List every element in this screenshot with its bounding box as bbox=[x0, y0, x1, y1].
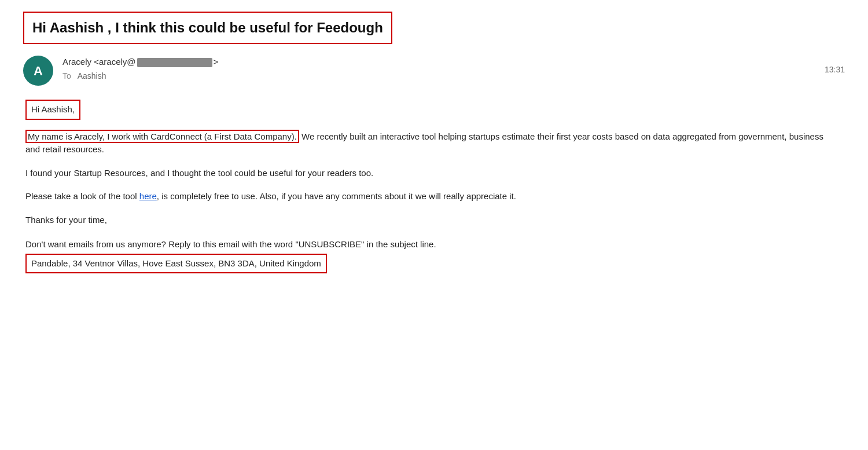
email-paragraph-2: I found your Startup Resources, and I th… bbox=[25, 167, 824, 180]
to-recipient: Aashish bbox=[78, 71, 106, 81]
email-body: Hi Aashish, My name is Aracely, I work w… bbox=[23, 100, 845, 273]
email-footer-unsubscribe: Don't want emails from us anymore? Reply… bbox=[25, 238, 845, 273]
email-greeting: Hi Aashish, bbox=[25, 100, 80, 120]
sender-to: To Aashish bbox=[62, 70, 218, 82]
email-header: A Aracely <aracely@ > To Aashish 13:31 bbox=[23, 56, 845, 86]
sender-email-prefix: aracely@ bbox=[99, 57, 136, 67]
email-paragraph-4: Thanks for your time, bbox=[25, 214, 824, 227]
unsubscribe-text: Don't want emails from us anymore? Reply… bbox=[25, 238, 845, 251]
email-paragraph-1: My name is Aracely, I work with CardConn… bbox=[25, 130, 824, 156]
sender-name-email: Aracely <aracely@ > bbox=[62, 56, 218, 69]
email-timestamp: 13:31 bbox=[825, 64, 845, 76]
email-footer-address: Pandable, 34 Ventnor Villas, Hove East S… bbox=[25, 254, 327, 274]
sender-email-redacted bbox=[137, 58, 212, 67]
email-intro-highlighted: My name is Aracely, I work with CardConn… bbox=[25, 130, 299, 143]
avatar: A bbox=[23, 56, 53, 86]
sender-info: Aracely <aracely@ > To Aashish bbox=[62, 56, 218, 82]
sender-name: Aracely bbox=[62, 57, 91, 67]
email-paragraph-3-before-link: Please take a look of the tool bbox=[25, 191, 139, 201]
to-label: To bbox=[62, 71, 71, 81]
email-subject: Hi Aashish , I think this could be usefu… bbox=[23, 12, 392, 44]
email-paragraph-3-after-link: , is completely free to use. Also, if yo… bbox=[157, 191, 516, 201]
email-paragraph-3: Please take a look of the tool here, is … bbox=[25, 190, 824, 203]
email-here-link[interactable]: here bbox=[139, 191, 157, 201]
